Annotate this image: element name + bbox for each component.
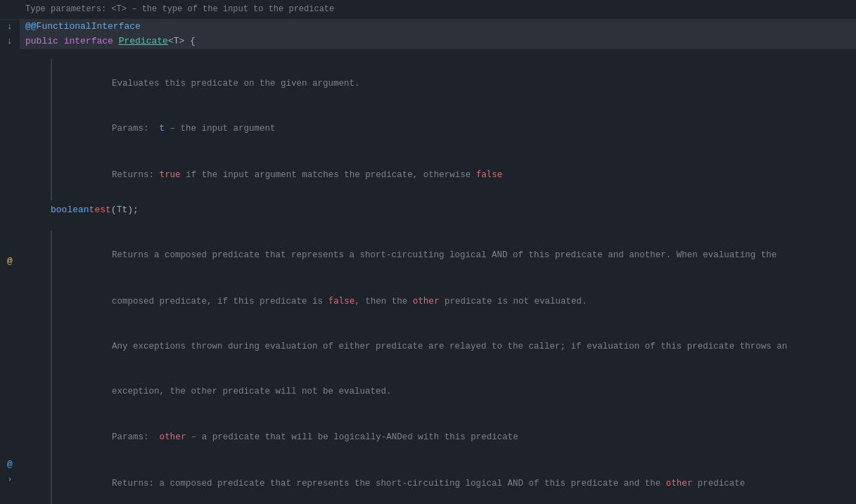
spacer-2 (20, 221, 856, 231)
gutter-at: @ (7, 254, 13, 269)
gutter-arrow-2: ↓ (7, 34, 13, 49)
top-bar: Type parameters: <T> – the type of the i… (0, 0, 856, 20)
gutter-chevron: › (8, 474, 13, 486)
interface-keyword: interface (64, 34, 113, 49)
functional-interface-annotation: @ (25, 20, 31, 34)
predicate-name: Predicate (119, 34, 168, 49)
editor-container: Type parameters: <T> – the type of the i… (0, 0, 856, 504)
doc1-line1: Evaluates this predicate on the given ar… (52, 62, 856, 107)
test-method-name: test (89, 203, 111, 218)
doc1-line3: Returns: true if the input argument matc… (52, 152, 856, 198)
doc2-line6: Returns: a composed predicate that repre… (52, 460, 856, 504)
gutter-arrow-1: ↓ (7, 20, 13, 34)
doc2-line2: composed predicate, if this predicate is… (52, 278, 856, 325)
doc2-line1: Returns a composed predicate that repres… (52, 233, 856, 278)
test-param-type: T (117, 203, 122, 218)
public-keyword: public (25, 34, 58, 49)
functional-interface-line: @@FunctionalInterface (20, 20, 856, 34)
doc2-line4: exception, the other predicate will not … (52, 369, 856, 414)
test-method-line: boolean test ( T t); (20, 200, 856, 221)
doc1-line2: Params: t – the input argument (52, 107, 856, 152)
gutter-arrow-3: @ (7, 458, 13, 472)
doc-block-1: Evaluates this predicate on the given ar… (51, 59, 856, 200)
doc-block-2: Returns a composed predicate that repres… (51, 231, 856, 504)
public-interface-line: public interface Predicate <T> { (20, 34, 856, 49)
generic-bracket: <T> (168, 34, 184, 49)
spacer-1 (20, 49, 856, 59)
boolean-keyword: boolean (51, 203, 89, 218)
code-content: @@FunctionalInterface public interface P… (20, 20, 856, 504)
top-bar-text: Type parameters: <T> – the type of the i… (25, 4, 334, 14)
doc2-line5: Params: other – a predicate that will be… (52, 414, 856, 460)
doc2-line3: Any exceptions thrown during evaluation … (52, 325, 856, 370)
functional-interface-text: @FunctionalInterface (31, 20, 141, 34)
